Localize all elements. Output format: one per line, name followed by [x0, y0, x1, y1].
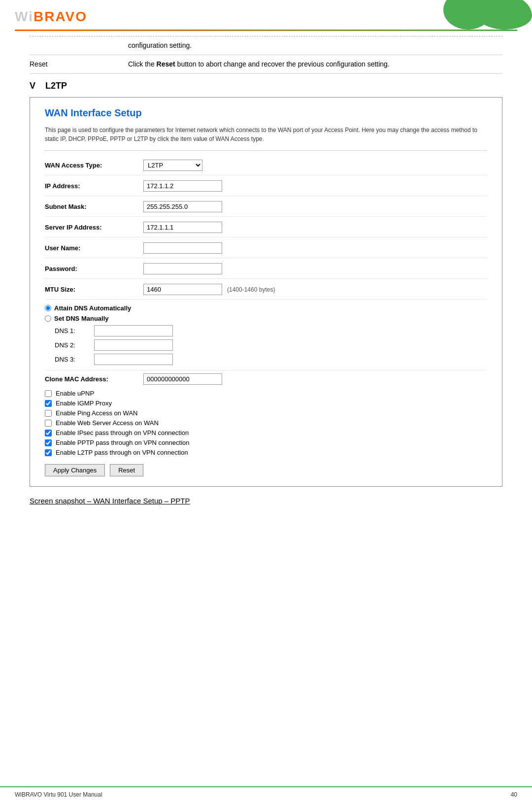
mtu-hint: (1400-1460 bytes): [227, 286, 275, 293]
wan-title: WAN Interface Setup: [45, 107, 487, 119]
upnp-label: Enable uPNP: [56, 390, 94, 397]
dns3-label: DNS 3:: [55, 356, 94, 363]
dns2-input[interactable]: [94, 339, 173, 351]
dns2-label: DNS 2:: [55, 341, 94, 349]
table-row-reset: Reset Click the Reset button to abort ch…: [30, 55, 502, 74]
dns3-row: DNS 3:: [55, 354, 487, 365]
wan-desc: This page is used to configure the param…: [45, 126, 487, 151]
table-section: configuration setting. Reset Click the R…: [30, 36, 502, 74]
radio-attain[interactable]: [45, 305, 51, 311]
checkbox-webserver: Enable Web Server Access on WAN: [45, 419, 487, 427]
radio-row-attain: Attain DNS Automatically: [45, 304, 487, 312]
apply-changes-button[interactable]: Apply Changes: [45, 464, 105, 476]
table-desc-reset: Click the Reset button to abort change a…: [128, 59, 502, 69]
form-row-subnet: Subnet Mask:: [45, 201, 487, 217]
top-decoration: [424, 0, 532, 30]
dns1-row: DNS 1:: [55, 325, 487, 336]
username-label: User Name:: [45, 244, 143, 252]
clone-mac-input[interactable]: [143, 373, 222, 385]
checkbox-igmp: Enable IGMP Proxy: [45, 400, 487, 407]
ip-label: IP Address:: [45, 182, 143, 190]
ipsec-checkbox[interactable]: [45, 430, 52, 436]
wan-type-label: WAN Access Type:: [45, 162, 143, 169]
igmp-label: Enable IGMP Proxy: [56, 400, 112, 407]
form-row-mtu: MTU Size: (1400-1460 bytes): [45, 284, 487, 300]
footer-left: WiBRAVO Virtu 901 User Manual: [15, 791, 102, 798]
dns-section: Attain DNS Automatically Set DNS Manuall…: [45, 304, 487, 365]
webserver-label: Enable Web Server Access on WAN: [56, 419, 159, 427]
checkbox-upnp: Enable uPNP: [45, 390, 487, 397]
reset-bold: Reset: [157, 60, 175, 68]
pptp-checkbox[interactable]: [45, 439, 52, 446]
webserver-checkbox[interactable]: [45, 420, 52, 427]
dns1-input[interactable]: [94, 325, 173, 336]
upnp-checkbox[interactable]: [45, 390, 52, 397]
set-dns-label: Set DNS Manually: [54, 315, 109, 322]
form-row-ip: IP Address:: [45, 180, 487, 196]
checkbox-pptp: Enable PPTP pass through on VPN connecti…: [45, 439, 487, 446]
pptp-label: Enable PPTP pass through on VPN connecti…: [56, 439, 190, 446]
section-num: V: [30, 81, 35, 91]
wan-type-select[interactable]: L2TP: [143, 160, 202, 171]
checkbox-ping: Enable Ping Access on WAN: [45, 409, 487, 417]
radio-manual[interactable]: [45, 315, 51, 322]
table-label-reset: Reset: [30, 59, 128, 68]
clone-mac-row: Clone MAC Address:: [45, 370, 487, 385]
username-input[interactable]: [143, 242, 222, 254]
l2tp-checkbox[interactable]: [45, 449, 52, 456]
clone-mac-label: Clone MAC Address:: [45, 375, 143, 383]
ipsec-label: Enable IPsec pass through on VPN connect…: [56, 429, 189, 436]
form-row-username: User Name:: [45, 242, 487, 258]
attain-dns-label: Attain DNS Automatically: [54, 304, 131, 312]
wan-box: WAN Interface Setup This page is used to…: [30, 97, 502, 487]
password-input[interactable]: [143, 263, 222, 274]
server-ip-label: Server IP Address:: [45, 224, 143, 231]
logo: WiBRAVO: [15, 9, 87, 25]
mtu-input[interactable]: [143, 284, 222, 295]
logo-wi: Wi: [15, 9, 33, 24]
subnet-input[interactable]: [143, 201, 222, 212]
form-row-wan-type: WAN Access Type: L2TP: [45, 160, 487, 175]
password-label: Password:: [45, 265, 143, 272]
main-content: configuration setting. Reset Click the R…: [0, 31, 532, 520]
form-row-server-ip: Server IP Address:: [45, 222, 487, 237]
table-desc-config: configuration setting.: [128, 40, 502, 51]
subnet-label: Subnet Mask:: [45, 203, 143, 210]
server-ip-input[interactable]: [143, 222, 222, 233]
dns3-input[interactable]: [94, 354, 173, 365]
radio-row-manual: Set DNS Manually: [45, 315, 487, 322]
mtu-label: MTU Size:: [45, 286, 143, 293]
ping-label: Enable Ping Access on WAN: [56, 409, 137, 417]
table-label-empty: [30, 40, 128, 41]
reset-button[interactable]: Reset: [110, 464, 143, 476]
section-title: L2TP: [45, 81, 67, 91]
logo-bravo: BRAVO: [33, 9, 87, 24]
footer: WiBRAVO Virtu 901 User Manual 40: [0, 786, 532, 802]
igmp-checkbox[interactable]: [45, 400, 52, 407]
dns-fields: DNS 1: DNS 2: DNS 3:: [55, 325, 487, 365]
table-row-config: configuration setting.: [30, 36, 502, 55]
dns2-row: DNS 2:: [55, 339, 487, 351]
ip-input[interactable]: [143, 180, 222, 192]
checkbox-ipsec: Enable IPsec pass through on VPN connect…: [45, 429, 487, 436]
button-row: Apply Changes Reset: [45, 464, 487, 476]
form-row-password: Password:: [45, 263, 487, 279]
screen-caption: Screen snapshot – WAN Interface Setup – …: [30, 497, 502, 505]
footer-page: 40: [511, 791, 517, 798]
checkbox-l2tp: Enable L2TP pass through on VPN connecti…: [45, 449, 487, 456]
section-heading: V L2TP: [30, 81, 502, 91]
dns1-label: DNS 1:: [55, 327, 94, 334]
l2tp-label: Enable L2TP pass through on VPN connecti…: [56, 449, 188, 456]
checkbox-section: Enable uPNP Enable IGMP Proxy Enable Pin…: [45, 390, 487, 456]
ping-checkbox[interactable]: [45, 410, 52, 417]
